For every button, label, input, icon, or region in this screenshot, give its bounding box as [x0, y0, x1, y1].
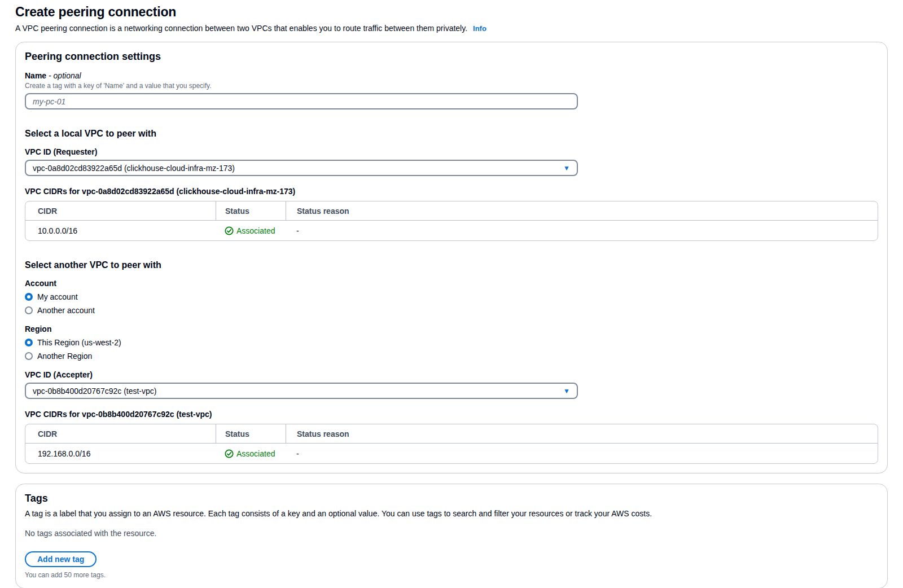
status-badge: Associated — [225, 449, 275, 458]
cidr-cell: 10.0.0.0/16 — [25, 226, 216, 235]
tags-description: A tag is a label that you assign to an A… — [25, 509, 878, 518]
name-field-description: Create a tag with a key of 'Name' and a … — [25, 82, 878, 90]
vpc-id-accepter-value: vpc-0b8b400d20767c92c (test-vpc) — [33, 387, 156, 396]
column-header-status: Status — [216, 201, 286, 220]
chevron-down-icon: ▼ — [563, 388, 570, 394]
vpc-id-requester-select[interactable]: vpc-0a8d02cd83922a65d (clickhouse-cloud-… — [25, 160, 578, 176]
column-header-status-reason: Status reason — [286, 424, 878, 443]
remote-vpc-section-heading: Select another VPC to peer with — [25, 260, 878, 270]
status-reason-cell: - — [286, 444, 878, 463]
radio-option-another-region[interactable]: Another Region — [25, 350, 878, 362]
page-title: Create peering connection — [15, 5, 888, 20]
status-text: Associated — [236, 226, 275, 235]
radio-option-my-account[interactable]: My account — [25, 291, 878, 302]
region-radio-group: This Region (us-west-2) Another Region — [25, 337, 878, 362]
tags-panel-heading: Tags — [25, 493, 878, 504]
status-badge: Associated — [225, 226, 275, 235]
status-cell: Associated — [216, 444, 286, 463]
vpc-id-accepter-select[interactable]: vpc-0b8b400d20767c92c (test-vpc) ▼ — [25, 383, 578, 399]
settings-panel-heading: Peering connection settings — [25, 51, 878, 63]
local-vpc-cidrs-label: VPC CIDRs for vpc-0a8d02cd83922a65d (cli… — [25, 187, 878, 196]
radio-label: Another Region — [37, 352, 92, 361]
vpc-id-requester-label: VPC ID (Requester) — [25, 147, 878, 156]
local-vpc-section-heading: Select a local VPC to peer with — [25, 129, 878, 139]
column-header-cidr: CIDR — [25, 429, 216, 438]
radio-label: This Region (us-west-2) — [37, 338, 121, 347]
account-group-label: Account — [25, 279, 878, 288]
peering-connection-settings-panel: Peering connection settings Name - optio… — [15, 42, 888, 473]
account-radio-group: My account Another account — [25, 291, 878, 316]
cidr-cell: 192.168.0.0/16 — [25, 449, 216, 458]
create-peering-connection-page: Create peering connection A VPC peering … — [0, 0, 903, 588]
local-vpc-cidr-table: CIDR Status Status reason 10.0.0.0/16 As… — [25, 201, 878, 241]
tags-panel: Tags A tag is a label that you assign to… — [15, 484, 888, 588]
radio-button-icon[interactable] — [25, 306, 33, 314]
table-header-row: CIDR Status Status reason — [25, 424, 878, 444]
status-reason-cell: - — [286, 221, 878, 240]
column-header-status-reason: Status reason — [286, 201, 878, 220]
name-optional-suffix: - optional — [49, 71, 81, 80]
info-link[interactable]: Info — [473, 24, 486, 33]
radio-label: My account — [37, 292, 78, 301]
page-subtitle-text: A VPC peering connection is a networking… — [15, 24, 467, 33]
remote-vpc-cidr-table: CIDR Status Status reason 192.168.0.0/16… — [25, 424, 878, 464]
check-circle-icon — [225, 449, 234, 458]
table-row: 192.168.0.0/16 Associated - — [25, 444, 878, 463]
name-input[interactable] — [33, 97, 570, 106]
status-text: Associated — [236, 449, 275, 458]
table-header-row: CIDR Status Status reason — [25, 201, 878, 221]
table-row: 10.0.0.0/16 Associated - — [25, 221, 878, 240]
check-circle-icon — [225, 226, 234, 235]
radio-button-icon[interactable] — [25, 293, 33, 301]
radio-option-another-account[interactable]: Another account — [25, 305, 878, 316]
radio-label: Another account — [37, 306, 95, 315]
radio-option-this-region[interactable]: This Region (us-west-2) — [25, 337, 878, 348]
add-new-tag-button[interactable]: Add new tag — [25, 551, 97, 567]
column-header-cidr: CIDR — [25, 207, 216, 216]
radio-button-icon[interactable] — [25, 339, 33, 346]
tags-empty-text: No tags associated with the resource. — [25, 529, 878, 538]
vpc-id-requester-value: vpc-0a8d02cd83922a65d (clickhouse-cloud-… — [33, 164, 235, 173]
region-group-label: Region — [25, 324, 878, 334]
chevron-down-icon: ▼ — [563, 165, 570, 172]
page-subtitle: A VPC peering connection is a networking… — [15, 24, 888, 33]
name-input-wrapper — [25, 93, 578, 109]
column-header-status: Status — [216, 424, 286, 443]
tags-remaining-text: You can add 50 more tags. — [25, 571, 878, 579]
vpc-id-accepter-label: VPC ID (Accepter) — [25, 370, 878, 379]
name-field-label: Name - optional — [25, 71, 878, 80]
remote-vpc-cidrs-label: VPC CIDRs for vpc-0b8b400d20767c92c (tes… — [25, 410, 878, 419]
radio-button-icon[interactable] — [25, 352, 33, 360]
status-cell: Associated — [216, 221, 286, 240]
